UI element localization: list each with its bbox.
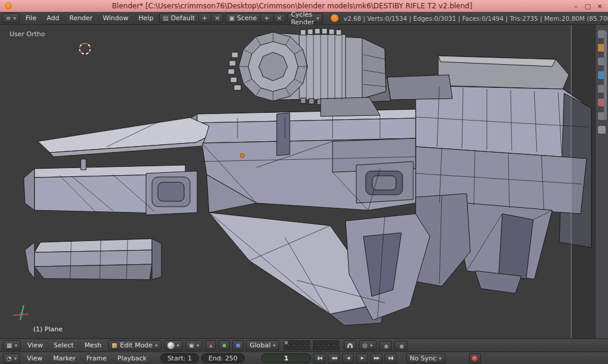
screen-layout-icon: ▤ [163,15,168,21]
chevron-down-icon: ▼ [155,343,158,347]
menu-frame[interactable]: Frame [83,354,111,362]
layer-toggle[interactable] [300,340,305,345]
layer-toggle[interactable] [313,340,318,345]
viewport-shading-selector[interactable]: ▼ [164,340,183,350]
add-scene-button[interactable]: + [260,14,269,22]
layer-toggle[interactable] [294,340,299,345]
menu-add[interactable]: Add [42,14,63,22]
menu-render[interactable]: Render [65,14,97,22]
screen-layout-selector[interactable]: ▤ Default + × [159,13,223,23]
blender-logo-icon [331,14,338,22]
layer-toggles [284,340,339,350]
sync-value: No Sync [410,354,436,362]
scrollbar[interactable] [604,31,607,120]
chevron-down-icon: ▼ [439,356,442,360]
layer-toggle[interactable] [284,346,289,350]
properties-panel[interactable] [595,25,608,338]
menu-view[interactable]: View [23,341,47,349]
view3d-editor-icon: ▦ [7,342,12,349]
snap-toggle-button[interactable] [344,340,356,350]
info-header: ≡ ▼ File Add Render Window Help ▤ Defaul… [0,12,608,25]
layer-toggle[interactable] [318,340,323,345]
mode-selector[interactable]: Edit Mode ▼ [108,340,161,350]
object-origin-dot [240,154,245,158]
jump-to-end-button[interactable]: ▶▮ [385,353,397,363]
editor-type-selector[interactable]: ≡ ▼ [2,13,20,23]
render-engine-value: Cycles Render [291,11,314,26]
layer-toggle[interactable] [329,346,334,350]
unlink-scene-button[interactable]: × [273,14,282,22]
layer-toggle[interactable] [334,340,339,345]
maximize-button[interactable]: □ [582,2,594,10]
previous-keyframe-button[interactable]: ◀◀ [328,353,340,363]
magnet-icon [347,343,353,348]
viewport-3d[interactable]: User Ortho (1) Plane [0,25,608,338]
viewport-canvas[interactable] [0,25,595,338]
play-button[interactable]: ▶ [356,353,368,363]
chevron-down-icon: ▼ [177,343,180,347]
chevron-down-icon: ▼ [316,16,319,20]
opengl-render-button[interactable] [379,341,392,350]
app-icon [5,2,12,10]
start-frame-field[interactable]: Start: 1 [160,353,199,363]
pivot-point-selector[interactable]: ◉ ▼ [185,340,202,350]
chevron-down-icon: ▼ [14,343,17,347]
layer-toggle[interactable] [289,340,294,345]
manipulator-translate-button[interactable]: ▲ [205,340,216,350]
render-engine-selector[interactable]: Cycles Render ▼ [287,13,323,23]
layer-toggle[interactable] [318,346,323,350]
layer-toggle[interactable] [324,340,328,345]
window-title: Blender* [C:\Users\crimmson76\Desktop\Cr… [14,2,570,10]
menu-playback[interactable]: Playback [113,354,151,362]
chevron-down-icon: ▼ [197,343,200,347]
layer-toggle[interactable] [324,346,328,350]
properties-tab-physics-icon[interactable] [598,126,606,134]
editor-type-selector[interactable]: ▦ ▼ [3,340,21,350]
menu-view[interactable]: View [23,354,46,362]
snap-element-selector[interactable]: ◎ ▼ [359,340,376,350]
transform-orientation-selector[interactable]: Global ▼ [246,340,279,350]
sync-mode-selector[interactable]: No Sync ▼ [406,353,445,363]
layer-toggle[interactable] [334,346,339,350]
shading-sphere-icon [167,342,175,349]
scene-statistics: v2.68 | Verts:0/1534 | Edges:0/3031 | Fa… [344,15,608,22]
play-reverse-button[interactable]: ◀ [342,353,354,363]
layer-toggle[interactable] [300,346,305,350]
add-screen-button[interactable]: + [198,14,207,22]
mini-axis-gizmo [13,305,28,320]
opengl-render-anim-button[interactable] [394,341,407,350]
layer-toggle[interactable] [294,346,299,350]
current-frame-field[interactable]: 1 [261,353,311,363]
info-editor-icon: ≡ [6,15,11,21]
layer-toggle[interactable] [313,346,318,350]
unlink-screen-button[interactable]: × [211,14,220,22]
menu-window[interactable]: Window [99,14,132,22]
scene-icon: ▣ [229,15,234,21]
record-icon [472,356,477,361]
editor-type-selector[interactable]: ◔ ▼ [3,353,20,363]
view3d-header: ▦ ▼ View Select Mesh Edit Mode ▼ ▼ ◉ ▼ ▲… [0,338,608,352]
layer-toggle[interactable] [284,340,289,345]
manipulator-scale-button[interactable]: ■ [232,340,243,350]
end-frame-field[interactable]: End: 250 [201,353,245,363]
menu-select[interactable]: Select [49,341,78,349]
chevron-down-icon: ▼ [13,16,16,20]
next-keyframe-button[interactable]: ▶▶ [370,353,382,363]
manipulator-rotate-button[interactable]: ● [218,340,230,350]
close-button[interactable]: × [594,2,606,10]
menu-file[interactable]: File [21,14,40,22]
record-button[interactable] [469,353,481,363]
menu-mesh[interactable]: Mesh [80,341,106,349]
view-mode-label: User Ortho [10,30,45,38]
jump-to-start-button[interactable]: ▮◀ [314,353,325,363]
menu-help[interactable]: Help [134,14,157,22]
scene-selector[interactable]: ▣ Scene + × [225,13,285,23]
layer-toggle[interactable] [305,340,310,345]
layer-toggle[interactable] [305,346,310,350]
menu-marker[interactable]: Marker [49,354,80,362]
edit-mode-icon [112,343,118,349]
layer-toggle[interactable] [289,346,294,350]
minimize-button[interactable]: – [570,2,582,10]
chevron-down-icon: ▼ [14,356,17,360]
layer-toggle[interactable] [329,340,334,345]
